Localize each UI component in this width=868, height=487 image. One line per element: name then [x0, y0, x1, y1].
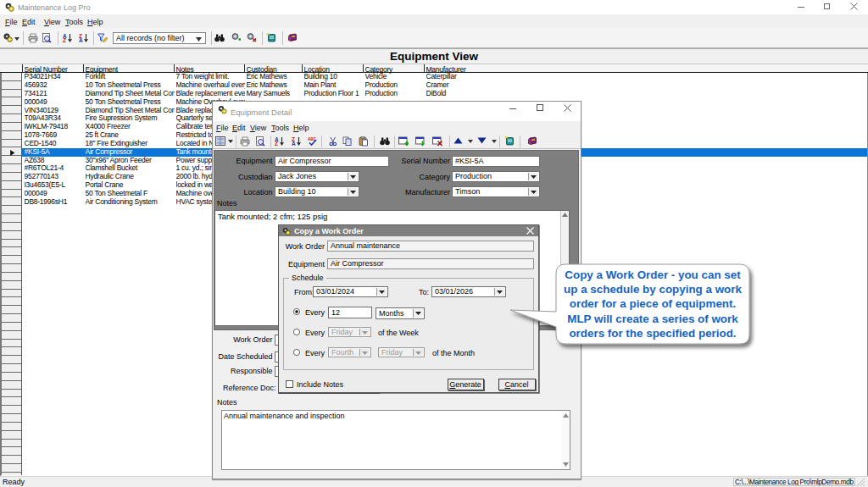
svg-text:A: A — [79, 37, 83, 43]
svg-text:A: A — [292, 141, 296, 147]
svg-text:Z: Z — [63, 37, 66, 43]
svg-text:Z: Z — [275, 141, 278, 147]
